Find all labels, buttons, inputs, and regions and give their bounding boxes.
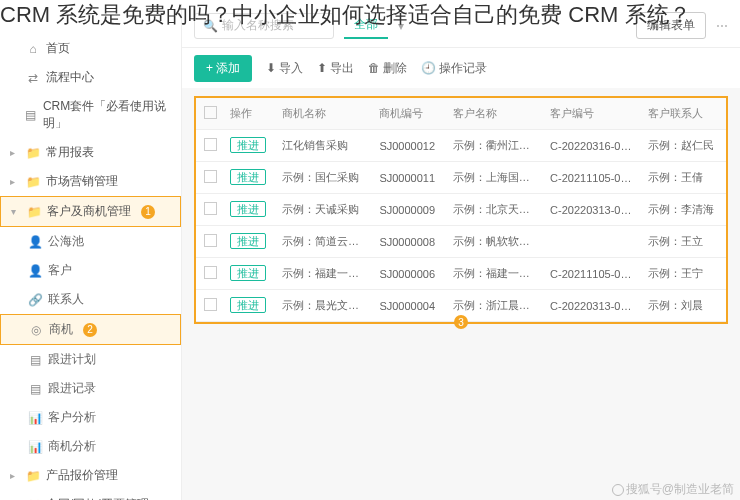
column-header: 客户联系人 (642, 98, 726, 130)
sidebar-item[interactable]: 📊商机分析 (0, 432, 181, 461)
sidebar-item[interactable]: ▤跟进计划 (0, 345, 181, 374)
cell-name: 示例：福建一高3月订单 (276, 258, 373, 290)
chart-icon: 📊 (28, 440, 42, 454)
checkbox[interactable] (204, 234, 217, 247)
sidebar-item[interactable]: ▾📁客户及商机管理1 (0, 196, 181, 227)
plus-icon: + (206, 61, 213, 75)
home-icon: ⌂ (26, 42, 40, 56)
sidebar-item[interactable]: ▸📁产品报价管理 (0, 461, 181, 490)
target-icon: ◎ (29, 323, 43, 337)
export-icon: ⬆ (317, 61, 327, 75)
sidebar-item[interactable]: ▤CRM套件「必看使用说明」 (0, 92, 181, 138)
cell-ccode: C-20211105-0000004 (544, 258, 641, 290)
main-panel: 🔍 输入名称搜索 全部 ▾ 编辑表单 ⋯ +添加 ⬇导入 ⬆导出 🗑删除 🕘操作… (182, 4, 740, 500)
cell-code: SJ0000006 (373, 258, 446, 290)
import-button[interactable]: ⬇导入 (266, 60, 303, 77)
delete-label: 删除 (383, 60, 407, 77)
table-header-row: 操作商机名称商机编号客户名称客户编号客户联系人 (196, 98, 726, 130)
more-icon[interactable]: ⋯ (716, 19, 728, 33)
cell-code: SJ0000011 (373, 162, 446, 194)
table-row[interactable]: 推进示例：国仁采购SJ0000011示例：上海国仁有限...C-20211105… (196, 162, 726, 194)
cell-ccode: C-20220313-0000004 (544, 290, 641, 322)
action-tag[interactable]: 推进 (230, 169, 266, 185)
action-tag[interactable]: 推进 (230, 233, 266, 249)
table-row[interactable]: 推进示例：天诚采购SJ0000009示例：北京天诚软件...C-20220313… (196, 194, 726, 226)
cell-cust: 示例：福建一高集团 (447, 258, 544, 290)
checkbox[interactable] (204, 106, 217, 119)
sidebar-item[interactable]: ⌂首页 (0, 34, 181, 63)
cell-ccode: C-20211105-0000001 (544, 162, 641, 194)
cell-contact: 示例：王倩 (642, 162, 726, 194)
delete-button[interactable]: 🗑删除 (368, 60, 407, 77)
checkbox[interactable] (204, 298, 217, 311)
sidebar-label: 客户分析 (48, 409, 96, 426)
log-button[interactable]: 🕘操作记录 (421, 60, 487, 77)
sidebar-item[interactable]: ▸📁常用报表 (0, 138, 181, 167)
checkbox[interactable] (204, 202, 217, 215)
table-badge: 3 (454, 315, 468, 329)
table-body: 推进江化销售采购SJ0000012示例：衢州江化集团C-20220316-000… (196, 130, 726, 322)
data-table: 操作商机名称商机编号客户名称客户编号客户联系人 推进江化销售采购SJ000001… (196, 98, 726, 322)
user-icon: 👤 (28, 264, 42, 278)
chart-icon: 📊 (28, 411, 42, 425)
export-button[interactable]: ⬆导出 (317, 60, 354, 77)
sidebar-item[interactable]: ▸📁合同/回款/开票管理 (0, 490, 181, 500)
column-header: 商机编号 (373, 98, 446, 130)
topbar: 🔍 输入名称搜索 全部 ▾ 编辑表单 ⋯ (182, 4, 740, 48)
column-header (196, 98, 224, 130)
cell-contact: 示例：刘晨 (642, 290, 726, 322)
cell-name: 江化销售采购 (276, 130, 373, 162)
cell-code: SJ0000009 (373, 194, 446, 226)
sidebar-label: CRM套件「必看使用说明」 (43, 98, 171, 132)
tab-all[interactable]: 全部 (344, 12, 388, 39)
table-row[interactable]: 推进示例：福建一高3月订单SJ0000006示例：福建一高集团C-2021110… (196, 258, 726, 290)
sidebar-item[interactable]: 👤公海池 (0, 227, 181, 256)
action-tag[interactable]: 推进 (230, 201, 266, 217)
sidebar-label: 客户及商机管理 (47, 203, 131, 220)
checkbox[interactable] (204, 170, 217, 183)
column-header: 客户名称 (447, 98, 544, 130)
table-row[interactable]: 推进江化销售采购SJ0000012示例：衢州江化集团C-20220316-000… (196, 130, 726, 162)
clock-icon: 🕘 (421, 61, 436, 75)
sidebar-item[interactable]: ◎商机2 (0, 314, 181, 345)
sidebar-item[interactable]: 👤客户 (0, 256, 181, 285)
app-root: ⌂首页⇄流程中心▤CRM套件「必看使用说明」▸📁常用报表▸📁市场营销管理▾📁客户… (0, 0, 740, 500)
search-icon: 🔍 (203, 19, 218, 33)
checkbox[interactable] (204, 266, 217, 279)
action-tag[interactable]: 推进 (230, 297, 266, 313)
doc-icon: ▤ (28, 353, 42, 367)
table-row[interactable]: 推进示例：简道云采购SJ0000008示例：帆软软件有限公司示例：王立 (196, 226, 726, 258)
sidebar-item[interactable]: ▸📁市场营销管理 (0, 167, 181, 196)
cell-name: 示例：国仁采购 (276, 162, 373, 194)
search-input[interactable]: 🔍 输入名称搜索 (194, 13, 334, 39)
watermark-text: 搜狐号@制造业老简 (626, 482, 734, 496)
cell-name: 示例：简道云采购 (276, 226, 373, 258)
cell-cust: 示例：上海国仁有限... (447, 162, 544, 194)
sidebar-label: 产品报价管理 (46, 467, 118, 484)
user-icon: 👤 (28, 235, 42, 249)
edit-form-button[interactable]: 编辑表单 (636, 12, 706, 39)
cell-code: SJ0000012 (373, 130, 446, 162)
checkbox[interactable] (204, 138, 217, 151)
cell-contact: 示例：王宁 (642, 258, 726, 290)
folder-icon: 📁 (26, 469, 40, 483)
sidebar-item[interactable]: 🔗联系人 (0, 285, 181, 314)
action-tag[interactable]: 推进 (230, 137, 266, 153)
add-button[interactable]: +添加 (194, 55, 252, 82)
expand-icon: ▸ (10, 147, 20, 158)
cell-name: 示例：天诚采购 (276, 194, 373, 226)
add-label: 添加 (216, 60, 240, 77)
sidebar-item[interactable]: ⇄流程中心 (0, 63, 181, 92)
sidebar-label: 公海池 (48, 233, 84, 250)
tab-dropdown-icon[interactable]: ▾ (398, 19, 404, 33)
action-tag[interactable]: 推进 (230, 265, 266, 281)
sidebar-label: 首页 (46, 40, 70, 57)
delete-icon: 🗑 (368, 61, 380, 75)
sidebar-label: 跟进计划 (48, 351, 96, 368)
sidebar-label: 常用报表 (46, 144, 94, 161)
column-header: 操作 (224, 98, 276, 130)
sidebar-item[interactable]: 📊客户分析 (0, 403, 181, 432)
sidebar-item[interactable]: ▤跟进记录 (0, 374, 181, 403)
cell-contact: 示例：王立 (642, 226, 726, 258)
cell-ccode (544, 226, 641, 258)
